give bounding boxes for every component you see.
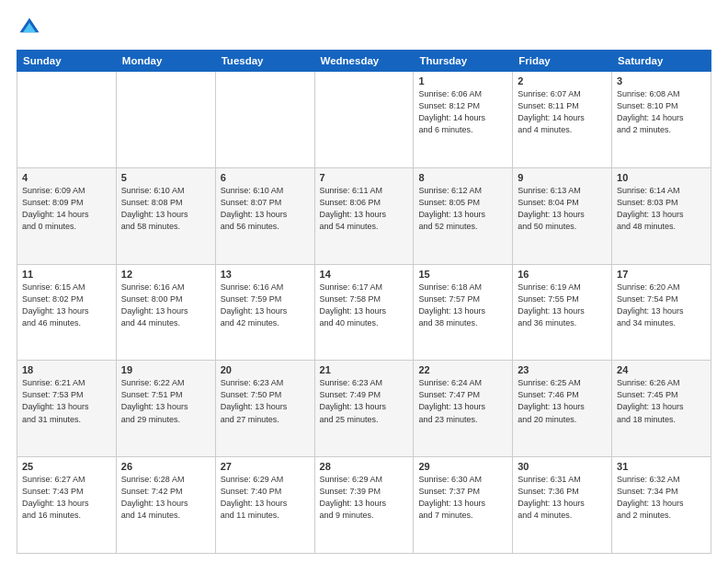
- day-info: Sunrise: 6:12 AM Sunset: 8:05 PM Dayligh…: [418, 185, 507, 233]
- calendar-row-1: 4Sunrise: 6:09 AM Sunset: 8:09 PM Daylig…: [17, 167, 711, 264]
- calendar-cell: 10Sunrise: 6:14 AM Sunset: 8:03 PM Dayli…: [612, 167, 711, 264]
- calendar-cell: 17Sunrise: 6:20 AM Sunset: 7:54 PM Dayli…: [612, 264, 711, 361]
- day-number: 12: [121, 269, 210, 280]
- weekday-header-row: SundayMondayTuesdayWednesdayThursdayFrid…: [17, 51, 711, 72]
- weekday-friday: Friday: [513, 51, 612, 72]
- day-number: 27: [221, 461, 310, 472]
- weekday-wednesday: Wednesday: [314, 51, 414, 72]
- calendar-cell: [17, 72, 117, 168]
- calendar-row-2: 11Sunrise: 6:15 AM Sunset: 8:02 PM Dayli…: [17, 264, 711, 361]
- day-info: Sunrise: 6:08 AM Sunset: 8:10 PM Dayligh…: [617, 88, 706, 136]
- day-number: 4: [22, 172, 111, 183]
- calendar-cell: 8Sunrise: 6:12 AM Sunset: 8:05 PM Daylig…: [414, 167, 513, 264]
- page: SundayMondayTuesdayWednesdayThursdayFrid…: [0, 0, 728, 563]
- day-number: 17: [617, 269, 706, 280]
- calendar-cell: 9Sunrise: 6:13 AM Sunset: 8:04 PM Daylig…: [513, 167, 612, 264]
- weekday-monday: Monday: [116, 51, 215, 72]
- calendar-cell: 31Sunrise: 6:32 AM Sunset: 7:34 PM Dayli…: [612, 457, 711, 554]
- calendar: SundayMondayTuesdayWednesdayThursdayFrid…: [17, 50, 711, 554]
- day-number: 16: [518, 269, 607, 280]
- calendar-cell: 21Sunrise: 6:23 AM Sunset: 7:49 PM Dayli…: [314, 361, 414, 457]
- calendar-body: 1Sunrise: 6:06 AM Sunset: 8:12 PM Daylig…: [17, 72, 711, 554]
- calendar-cell: 19Sunrise: 6:22 AM Sunset: 7:51 PM Dayli…: [116, 361, 215, 457]
- day-info: Sunrise: 6:07 AM Sunset: 8:11 PM Dayligh…: [518, 88, 607, 136]
- day-number: 11: [22, 269, 111, 280]
- calendar-cell: 26Sunrise: 6:28 AM Sunset: 7:42 PM Dayli…: [116, 457, 215, 554]
- day-number: 2: [518, 75, 607, 86]
- day-info: Sunrise: 6:30 AM Sunset: 7:37 PM Dayligh…: [418, 474, 507, 522]
- weekday-thursday: Thursday: [414, 51, 513, 72]
- day-info: Sunrise: 6:16 AM Sunset: 8:00 PM Dayligh…: [121, 282, 210, 329]
- calendar-cell: 15Sunrise: 6:18 AM Sunset: 7:57 PM Dayli…: [414, 264, 513, 361]
- calendar-header: SundayMondayTuesdayWednesdayThursdayFrid…: [17, 51, 711, 72]
- day-info: Sunrise: 6:18 AM Sunset: 7:57 PM Dayligh…: [418, 282, 507, 329]
- day-info: Sunrise: 6:13 AM Sunset: 8:04 PM Dayligh…: [518, 185, 607, 233]
- day-number: 31: [617, 461, 706, 472]
- calendar-cell: 27Sunrise: 6:29 AM Sunset: 7:40 PM Dayli…: [215, 457, 314, 554]
- day-number: 3: [617, 75, 706, 86]
- day-number: 21: [320, 364, 409, 375]
- day-info: Sunrise: 6:27 AM Sunset: 7:43 PM Dayligh…: [22, 474, 111, 522]
- day-number: 13: [221, 269, 310, 280]
- calendar-cell: 18Sunrise: 6:21 AM Sunset: 7:53 PM Dayli…: [17, 361, 117, 457]
- calendar-cell: 30Sunrise: 6:31 AM Sunset: 7:36 PM Dayli…: [513, 457, 612, 554]
- calendar-cell: 14Sunrise: 6:17 AM Sunset: 7:58 PM Dayli…: [314, 264, 414, 361]
- day-info: Sunrise: 6:31 AM Sunset: 7:36 PM Dayligh…: [518, 474, 607, 522]
- day-info: Sunrise: 6:09 AM Sunset: 8:09 PM Dayligh…: [22, 185, 111, 233]
- calendar-cell: 12Sunrise: 6:16 AM Sunset: 8:00 PM Dayli…: [116, 264, 215, 361]
- day-number: 20: [221, 364, 310, 375]
- calendar-cell: [215, 72, 314, 168]
- calendar-cell: 4Sunrise: 6:09 AM Sunset: 8:09 PM Daylig…: [17, 167, 117, 264]
- day-number: 28: [320, 461, 409, 472]
- day-number: 9: [518, 172, 607, 183]
- day-info: Sunrise: 6:23 AM Sunset: 7:50 PM Dayligh…: [221, 377, 310, 425]
- day-info: Sunrise: 6:23 AM Sunset: 7:49 PM Dayligh…: [320, 377, 409, 425]
- day-info: Sunrise: 6:29 AM Sunset: 7:39 PM Dayligh…: [320, 474, 409, 522]
- day-number: 14: [320, 269, 409, 280]
- header: [17, 15, 711, 40]
- day-info: Sunrise: 6:28 AM Sunset: 7:42 PM Dayligh…: [121, 474, 210, 522]
- weekday-tuesday: Tuesday: [215, 51, 314, 72]
- day-number: 1: [418, 75, 507, 86]
- day-info: Sunrise: 6:16 AM Sunset: 7:59 PM Dayligh…: [221, 282, 310, 329]
- calendar-row-4: 25Sunrise: 6:27 AM Sunset: 7:43 PM Dayli…: [17, 457, 711, 554]
- day-info: Sunrise: 6:20 AM Sunset: 7:54 PM Dayligh…: [617, 282, 706, 329]
- calendar-cell: 28Sunrise: 6:29 AM Sunset: 7:39 PM Dayli…: [314, 457, 414, 554]
- day-info: Sunrise: 6:15 AM Sunset: 8:02 PM Dayligh…: [22, 282, 111, 329]
- day-info: Sunrise: 6:22 AM Sunset: 7:51 PM Dayligh…: [121, 377, 210, 425]
- calendar-cell: [314, 72, 414, 168]
- day-info: Sunrise: 6:10 AM Sunset: 8:07 PM Dayligh…: [221, 185, 310, 233]
- calendar-cell: 13Sunrise: 6:16 AM Sunset: 7:59 PM Dayli…: [215, 264, 314, 361]
- calendar-cell: 16Sunrise: 6:19 AM Sunset: 7:55 PM Dayli…: [513, 264, 612, 361]
- calendar-cell: 20Sunrise: 6:23 AM Sunset: 7:50 PM Dayli…: [215, 361, 314, 457]
- day-info: Sunrise: 6:11 AM Sunset: 8:06 PM Dayligh…: [320, 185, 409, 233]
- calendar-row-3: 18Sunrise: 6:21 AM Sunset: 7:53 PM Dayli…: [17, 361, 711, 457]
- logo-icon: [17, 15, 42, 40]
- day-info: Sunrise: 6:14 AM Sunset: 8:03 PM Dayligh…: [617, 185, 706, 233]
- day-number: 19: [121, 364, 210, 375]
- calendar-cell: 5Sunrise: 6:10 AM Sunset: 8:08 PM Daylig…: [116, 167, 215, 264]
- calendar-cell: 22Sunrise: 6:24 AM Sunset: 7:47 PM Dayli…: [414, 361, 513, 457]
- calendar-cell: 25Sunrise: 6:27 AM Sunset: 7:43 PM Dayli…: [17, 457, 117, 554]
- day-number: 25: [22, 461, 111, 472]
- day-number: 18: [22, 364, 111, 375]
- day-info: Sunrise: 6:26 AM Sunset: 7:45 PM Dayligh…: [617, 377, 706, 425]
- day-number: 8: [418, 172, 507, 183]
- calendar-cell: 2Sunrise: 6:07 AM Sunset: 8:11 PM Daylig…: [513, 72, 612, 168]
- day-info: Sunrise: 6:19 AM Sunset: 7:55 PM Dayligh…: [518, 282, 607, 329]
- calendar-cell: 6Sunrise: 6:10 AM Sunset: 8:07 PM Daylig…: [215, 167, 314, 264]
- day-info: Sunrise: 6:10 AM Sunset: 8:08 PM Dayligh…: [121, 185, 210, 233]
- day-number: 23: [518, 364, 607, 375]
- calendar-cell: 1Sunrise: 6:06 AM Sunset: 8:12 PM Daylig…: [414, 72, 513, 168]
- calendar-cell: 23Sunrise: 6:25 AM Sunset: 7:46 PM Dayli…: [513, 361, 612, 457]
- calendar-cell: 24Sunrise: 6:26 AM Sunset: 7:45 PM Dayli…: [612, 361, 711, 457]
- day-info: Sunrise: 6:06 AM Sunset: 8:12 PM Dayligh…: [418, 88, 507, 136]
- day-info: Sunrise: 6:24 AM Sunset: 7:47 PM Dayligh…: [418, 377, 507, 425]
- day-number: 24: [617, 364, 706, 375]
- day-number: 30: [518, 461, 607, 472]
- day-number: 7: [320, 172, 409, 183]
- calendar-cell: 11Sunrise: 6:15 AM Sunset: 8:02 PM Dayli…: [17, 264, 117, 361]
- day-info: Sunrise: 6:17 AM Sunset: 7:58 PM Dayligh…: [320, 282, 409, 329]
- day-number: 29: [418, 461, 507, 472]
- calendar-cell: 29Sunrise: 6:30 AM Sunset: 7:37 PM Dayli…: [414, 457, 513, 554]
